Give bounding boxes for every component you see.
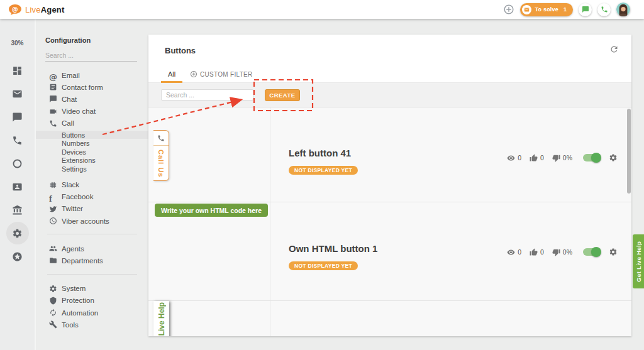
sidebar-item-extensions[interactable]: Extensions (36, 156, 148, 165)
sidebar-item-slack[interactable]: Slack (36, 178, 148, 190)
enable-toggle[interactable] (583, 154, 600, 161)
mail-icon (12, 89, 23, 99)
sidebar-item-twitter[interactable]: Twitter (36, 203, 148, 215)
contact-badge-icon (12, 182, 23, 192)
live-help-button-preview[interactable]: Live Help (153, 301, 169, 336)
refresh-icon[interactable] (609, 45, 619, 54)
buttons-search-input[interactable] (161, 89, 253, 101)
email-icon: @ (49, 71, 57, 79)
status-badge: NOT DISPLAYED YET (289, 261, 358, 270)
video-chat-icon (49, 107, 57, 116)
viber-icon (49, 217, 57, 225)
sidebar-item-buttons[interactable]: Buttons (36, 131, 148, 139)
chats-button[interactable] (579, 3, 592, 16)
preview-label: Live Help (157, 302, 166, 336)
icon-rail: 30% (0, 19, 36, 350)
slack-icon (49, 181, 57, 189)
page: @ LiveAgent To solve 1 (0, 0, 644, 350)
to-solve-button[interactable]: To solve 1 (520, 3, 573, 16)
sidebar-item-viber[interactable]: Viber accounts (36, 215, 148, 227)
configuration-sidebar: Configuration @Email Contact form Chat V… (36, 19, 148, 350)
add-icon[interactable] (503, 4, 514, 15)
buttons-list: Call Us Left button 41 NOT DISPLAYED YET… (148, 107, 631, 336)
thumbs-down-icon (552, 248, 560, 256)
preview-label: Call Us (157, 150, 165, 177)
to-solve-count-badge: 1 (564, 6, 567, 13)
sidebar-item-tools[interactable]: Tools (36, 319, 148, 331)
envelope-icon (524, 7, 530, 13)
chat-icon (49, 95, 57, 103)
dashboard-icon (12, 65, 23, 76)
sidebar-item-numbers[interactable]: Numbers (36, 139, 148, 148)
sidebar-divider (47, 274, 137, 275)
scrollbar-thumb[interactable] (627, 109, 631, 194)
tab-custom-filter[interactable]: CUSTOM FILTER (190, 70, 253, 78)
row-stats: 0 0 0% (507, 153, 618, 162)
top-bar: @ LiveAgent To solve 1 (0, 0, 644, 19)
rail-starred[interactable] (6, 245, 29, 268)
phone-icon (12, 135, 23, 146)
rail-tickets[interactable] (6, 82, 29, 105)
call-us-button-preview[interactable]: Call Us (153, 130, 169, 181)
rail-dashboard[interactable] (6, 59, 29, 82)
twitter-icon (49, 205, 57, 213)
sidebar-item-contact-form[interactable]: Contact form (36, 81, 148, 93)
automation-icon (49, 309, 57, 317)
contact-form-icon (49, 83, 57, 91)
enable-toggle[interactable] (583, 248, 600, 256)
get-live-help-button[interactable]: Get Live Help (633, 234, 644, 288)
sidebar-item-agents[interactable]: Agents (36, 243, 148, 254)
create-button[interactable]: CREATE (265, 89, 300, 101)
phone-icon (157, 134, 165, 142)
user-avatar[interactable] (616, 3, 630, 16)
to-solve-label: To solve (535, 6, 558, 13)
sidebar-item-video-chat[interactable]: Video chat (36, 106, 148, 118)
sidebar-item-settings[interactable]: Settings (36, 165, 148, 173)
liveagent-logo[interactable]: @ LiveAgent (8, 4, 65, 16)
brand-text: LiveAgent (25, 5, 65, 14)
sidebar-item-email[interactable]: @Email (36, 69, 148, 81)
own-html-button-preview[interactable]: Write your own HTML code here (155, 204, 268, 217)
rail-calls[interactable] (6, 129, 29, 151)
buttons-panel: Buttons All CUSTOM FILTER CREATE Call Us… (148, 35, 631, 336)
rail-configuration[interactable] (6, 222, 29, 244)
row-separator (148, 202, 631, 202)
list-toolbar: CREATE (148, 83, 631, 107)
row-settings-icon[interactable] (609, 248, 618, 256)
sidebar-search-input[interactable] (45, 50, 137, 62)
sidebar-item-devices[interactable]: Devices (36, 148, 148, 156)
rail-online[interactable] (6, 152, 29, 175)
column-divider (270, 107, 270, 336)
avatar-image (616, 3, 630, 16)
usage-percent: 30% (11, 40, 23, 46)
row-settings-icon[interactable] (609, 153, 618, 162)
sidebar-divider (47, 234, 137, 234)
preview-divider (153, 145, 169, 146)
protection-icon (49, 297, 57, 305)
stars-icon (12, 251, 23, 262)
row-stats: 0 0 0% (507, 248, 618, 256)
sidebar-item-automation[interactable]: Automation (36, 307, 148, 319)
chat-icon (582, 6, 589, 13)
status-badge: NOT DISPLAYED YET (289, 166, 358, 175)
logo-bubble-icon: @ (8, 4, 22, 16)
sidebar-item-chat[interactable]: Chat (36, 93, 148, 105)
call-icon (49, 119, 57, 128)
sidebar-item-departments[interactable]: Departments (36, 254, 148, 266)
facebook-icon: f (49, 193, 57, 201)
calls-button[interactable] (597, 3, 611, 16)
plus-circle-icon (190, 70, 197, 78)
rail-chats[interactable] (6, 106, 29, 128)
sidebar-title: Configuration (45, 36, 148, 44)
tab-bar: All CUSTOM FILTER (148, 66, 631, 83)
sidebar-item-call[interactable]: Call (36, 118, 148, 129)
sidebar-item-system[interactable]: System (36, 283, 148, 295)
phone-icon (601, 6, 608, 13)
sidebar-item-facebook[interactable]: fFacebook (36, 191, 148, 203)
rail-customers[interactable] (6, 175, 29, 198)
thumbs-down-icon (552, 154, 560, 162)
rail-reports[interactable] (6, 199, 29, 221)
tab-all[interactable]: All (161, 66, 182, 82)
chat-icon (12, 112, 23, 123)
sidebar-item-protection[interactable]: Protection (36, 295, 148, 307)
